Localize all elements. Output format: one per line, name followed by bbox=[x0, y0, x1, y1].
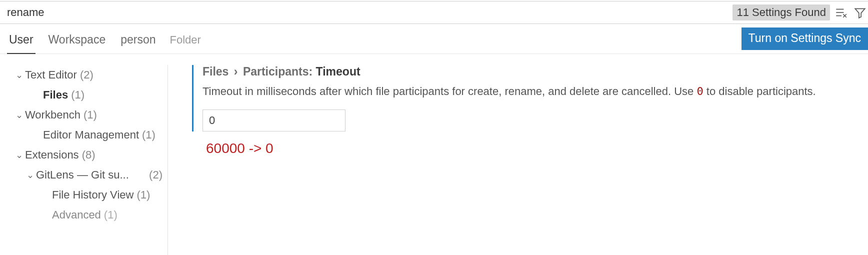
scope-tab-user[interactable]: User bbox=[8, 33, 34, 54]
scope-folder-label: Folder bbox=[170, 34, 201, 54]
setting-description: Timeout in milliseconds after which file… bbox=[202, 84, 858, 100]
toc-item-gitlens[interactable]: ⌄ GitLens — Git su... (2) bbox=[14, 165, 162, 185]
scope-tabs: User Workspace person Folder bbox=[8, 33, 201, 54]
annotation-text: 60000 -> 0 bbox=[206, 140, 858, 156]
scope-tab-person[interactable]: person bbox=[120, 33, 156, 54]
setting-files-participants-timeout: Files › Participants: Timeout Timeout in… bbox=[192, 65, 858, 132]
settings-search-input[interactable] bbox=[0, 2, 732, 24]
toc-item-workbench[interactable]: ⌄ Workbench (1) bbox=[14, 105, 162, 125]
crumb-separator: › bbox=[234, 65, 238, 78]
setting-title: Files › Participants: Timeout bbox=[202, 65, 858, 78]
settings-toc-sidebar: ⌄ Text Editor (2) Files (1) ⌄ Workbench … bbox=[0, 65, 168, 255]
search-actions bbox=[834, 2, 868, 24]
settings-main: Files › Participants: Timeout Timeout in… bbox=[168, 65, 868, 255]
settings-results-count: 11 Settings Found bbox=[732, 4, 830, 20]
settings-sync-button[interactable]: Turn on Settings Sync bbox=[742, 28, 868, 50]
chevron-down-icon: ⌄ bbox=[14, 150, 24, 160]
toc-item-files[interactable]: Files (1) bbox=[14, 85, 162, 105]
chevron-down-icon: ⌄ bbox=[25, 170, 35, 180]
filter-icon[interactable] bbox=[853, 6, 867, 20]
settings-scope-row: User Workspace person Folder Turn on Set… bbox=[0, 24, 868, 54]
toc-item-extensions[interactable]: ⌄ Extensions (8) bbox=[14, 145, 162, 165]
chevron-down-icon: ⌄ bbox=[14, 110, 24, 120]
setting-timeout-input[interactable] bbox=[202, 110, 346, 132]
setting-crumb-name: Timeout bbox=[316, 65, 360, 78]
code-literal: 0 bbox=[696, 85, 703, 98]
setting-crumb-category: Files bbox=[202, 65, 228, 78]
toc-item-text-editor[interactable]: ⌄ Text Editor (2) bbox=[14, 65, 162, 85]
toc-item-advanced[interactable]: Advanced (1) bbox=[14, 205, 162, 225]
toc-item-editor-management[interactable]: Editor Management (1) bbox=[14, 125, 162, 145]
chevron-down-icon: ⌄ bbox=[14, 70, 24, 80]
settings-body: ⌄ Text Editor (2) Files (1) ⌄ Workbench … bbox=[0, 54, 868, 255]
settings-search-bar: 11 Settings Found bbox=[0, 1, 868, 24]
setting-crumb-section: Participants: bbox=[243, 65, 312, 78]
toc-item-file-history-view[interactable]: File History View (1) bbox=[14, 185, 162, 205]
scope-tab-workspace[interactable]: Workspace bbox=[48, 33, 107, 54]
clear-filter-icon[interactable] bbox=[834, 6, 848, 20]
